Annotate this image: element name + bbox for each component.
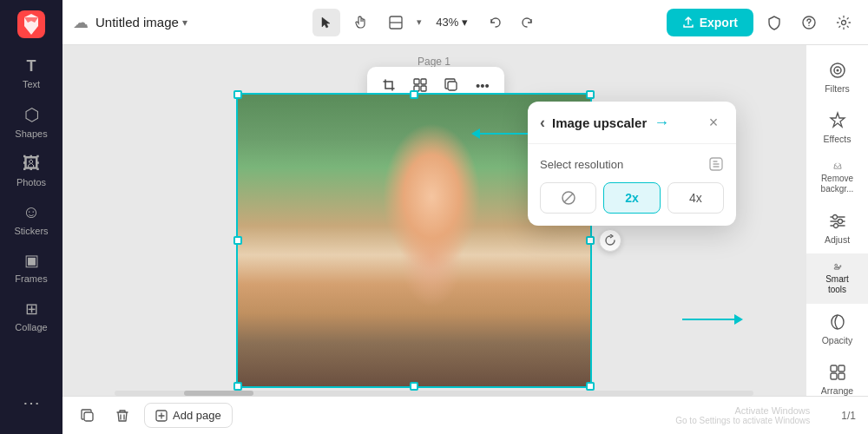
layout-tool-button[interactable] <box>382 9 410 36</box>
sidebar-item-collage[interactable]: ⊞ Collage <box>0 292 62 340</box>
svg-rect-48 <box>831 373 837 379</box>
svg-point-4 <box>808 24 809 25</box>
sidebar-item-more[interactable]: ⋯ <box>0 378 62 427</box>
remove-bg-icon <box>828 161 847 170</box>
activate-windows-subtext: Go to Settings to activate Windows <box>675 416 810 425</box>
hand-icon <box>354 16 368 30</box>
undo-button[interactable] <box>482 9 510 36</box>
handle-top-right[interactable] <box>586 90 595 99</box>
upscaler-title-text: Image upscaler <box>552 115 647 130</box>
resolution-4x-button[interactable]: 4x <box>667 182 724 214</box>
sidebar-item-frames[interactable]: ▣ Frames <box>0 243 62 292</box>
rp-item-arrange[interactable]: Arrange <box>806 354 868 396</box>
sidebar-item-shapes-label: Shapes <box>15 128 47 139</box>
rp-item-smart-tools[interactable]: Smarttools <box>806 253 868 304</box>
page-indicator: 1/1 <box>841 410 856 422</box>
rotate-handle[interactable] <box>599 229 621 252</box>
zoom-control[interactable]: 43% ▾ <box>429 12 475 32</box>
sidebar-item-stickers[interactable]: ☺ Stickers <box>0 194 62 243</box>
rp-item-filters[interactable]: Filters <box>806 52 868 102</box>
sidebar-item-photos-label: Photos <box>16 177 46 187</box>
back-chevron-icon: ‹ <box>540 114 545 132</box>
svg-rect-7 <box>421 79 426 84</box>
cursor-icon <box>319 16 333 30</box>
rp-removebg-label: Removebackgr... <box>821 174 854 194</box>
select-tool-button[interactable] <box>312 9 340 36</box>
svg-rect-47 <box>838 365 845 372</box>
topbar: ☁ Untitled image ▾ ▾ <box>62 0 868 45</box>
zoom-value: 43% <box>436 16 458 29</box>
more-icon: ⋯ <box>23 392 40 413</box>
scrollbar-thumb[interactable] <box>184 391 253 396</box>
handle-bottom-middle[interactable] <box>410 382 418 391</box>
svg-point-36 <box>836 69 838 72</box>
svg-point-20 <box>384 197 487 334</box>
rp-item-adjust[interactable]: Adjust <box>806 203 868 253</box>
rp-item-opacity[interactable]: Opacity <box>806 304 868 354</box>
rp-smarttools-label: Smarttools <box>825 274 849 295</box>
handle-middle-right[interactable] <box>586 236 595 245</box>
handle-middle-left[interactable] <box>233 236 242 245</box>
resolution-2x-label: 2x <box>625 191 639 205</box>
close-icon: × <box>709 114 719 132</box>
horizontal-scrollbar[interactable] <box>115 391 753 396</box>
svg-point-14 <box>238 128 332 266</box>
svg-rect-26 <box>405 292 457 326</box>
upscaler-back-button[interactable]: ‹ <box>540 114 545 132</box>
info-icon <box>708 156 724 172</box>
handle-top-left[interactable] <box>233 90 242 99</box>
resolution-none-button[interactable] <box>540 182 596 214</box>
handle-bottom-left[interactable] <box>233 382 242 391</box>
shapes-icon: ⬡ <box>24 104 39 125</box>
rp-item-remove-bg[interactable]: Removebackgr... <box>806 153 868 203</box>
export-button[interactable]: Export <box>667 9 753 36</box>
rp-arrange-label: Arrange <box>821 385 853 396</box>
page-label: Page 1 <box>418 56 450 68</box>
more-dots-icon: ••• <box>476 78 490 93</box>
svg-rect-6 <box>414 79 419 84</box>
sidebar-item-photos[interactable]: 🖼 Photos <box>0 146 62 194</box>
resolution-2x-button[interactable]: 2x <box>603 182 660 214</box>
settings-button[interactable] <box>830 9 858 36</box>
no-resolution-icon <box>561 190 576 206</box>
app-logo[interactable] <box>14 7 49 42</box>
redo-button[interactable] <box>513 9 541 36</box>
hand-tool-button[interactable] <box>347 9 375 36</box>
svg-point-18 <box>427 146 530 214</box>
add-page-icon <box>155 410 168 422</box>
photos-icon: 🖼 <box>23 154 40 174</box>
help-button[interactable] <box>795 9 823 36</box>
sidebar-item-shapes[interactable]: ⬡ Shapes <box>0 97 62 146</box>
layout-icon <box>389 16 403 30</box>
sidebar-item-text[interactable]: T Text <box>0 49 62 97</box>
document-title[interactable]: Untitled image ▾ <box>95 15 187 30</box>
effects-icon <box>828 111 847 130</box>
svg-line-33 <box>564 194 573 202</box>
svg-point-12 <box>238 95 392 240</box>
smart-tools-arrow-line <box>682 319 734 320</box>
svg-rect-43 <box>834 267 838 269</box>
delete-page-button[interactable] <box>109 403 135 429</box>
rp-item-effects[interactable]: Effects <box>806 102 868 153</box>
arrow-head-icon <box>471 128 480 139</box>
rp-effects-label: Effects <box>824 134 852 144</box>
svg-point-23 <box>397 245 474 331</box>
upscaler-close-button[interactable]: × <box>703 112 724 133</box>
cloud-icon: ☁ <box>73 13 89 32</box>
upscaler-external-arrow <box>471 128 528 139</box>
main-area: ☁ Untitled image ▾ ▾ <box>62 0 868 434</box>
svg-rect-50 <box>84 412 93 421</box>
svg-rect-17 <box>238 300 590 386</box>
text-icon: T <box>27 57 36 76</box>
add-page-button[interactable]: Add page <box>144 403 233 428</box>
handle-bottom-right[interactable] <box>586 382 595 391</box>
rp-filters-label: Filters <box>825 83 850 94</box>
canvas-area[interactable]: Page 1 <box>62 45 806 396</box>
handle-top-middle[interactable] <box>410 90 418 99</box>
copy-page-button[interactable] <box>75 403 101 429</box>
add-page-label: Add page <box>173 409 221 422</box>
rp-opacity-label: Opacity <box>822 335 853 345</box>
shield-button[interactable] <box>760 9 788 36</box>
smart-tools-arrow-head <box>734 314 743 325</box>
arrange-icon <box>828 363 847 382</box>
